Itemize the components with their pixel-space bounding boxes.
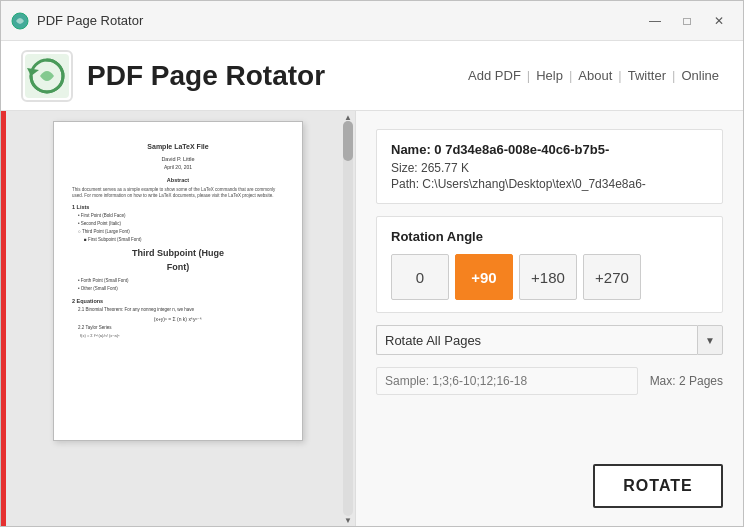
scroll-down-arrow[interactable]: ▼ <box>343 514 353 526</box>
app-logo <box>21 50 73 102</box>
red-accent <box>1 111 6 526</box>
rotate-btn-row: ROTATE <box>376 464 723 508</box>
logo-svg <box>25 54 69 98</box>
rotation-label: Rotation Angle <box>391 229 708 244</box>
pdf-equations: 2 Equations 2.1 Binomial Theorem: For an… <box>72 297 284 339</box>
file-info-section: Name: 0 7d34e8a6-008e-40c6-b7b5- Size: 2… <box>376 129 723 204</box>
rot-btn-0[interactable]: 0 <box>391 254 449 300</box>
right-panel: Name: 0 7d34e8a6-008e-40c6-b7b5- Size: 2… <box>356 111 743 526</box>
app-title: PDF Page Rotator <box>87 60 464 92</box>
close-button[interactable]: ✕ <box>705 9 733 33</box>
pdf-scrollbar-thumb[interactable] <box>343 121 353 161</box>
file-name: Name: 0 7d34e8a6-008e-40c6-b7b5- <box>391 142 708 157</box>
app-window: PDF Page Rotator — □ ✕ PDF Page Rotator … <box>0 0 744 527</box>
pdf-date: April 20, 201 <box>72 164 284 172</box>
pdf-page: Sample LaTeX File David P. Little April … <box>53 121 303 441</box>
minimize-button[interactable]: — <box>641 9 669 33</box>
nav-twitter[interactable]: Twitter <box>624 66 670 85</box>
rot-btn-180[interactable]: +180 <box>519 254 577 300</box>
pdf-abstract-title: Abstract <box>72 176 284 184</box>
main-content: Sample LaTeX File David P. Little April … <box>1 111 743 526</box>
pdf-abstract-body: This document serves as a simple example… <box>72 187 284 200</box>
page-select-dropdown[interactable]: Rotate All Pages Rotate Even Pages Rotat… <box>376 325 697 355</box>
rot-btn-270[interactable]: +270 <box>583 254 641 300</box>
pdf-title: Sample LaTeX File <box>72 142 284 153</box>
nav-online[interactable]: Online <box>677 66 723 85</box>
title-bar: PDF Page Rotator — □ ✕ <box>1 1 743 41</box>
pdf-scrollbar[interactable] <box>343 121 353 516</box>
pdf-preview-panel: Sample LaTeX File David P. Little April … <box>1 111 356 526</box>
title-bar-text: PDF Page Rotator <box>37 13 641 28</box>
rot-btn-90[interactable]: +90 <box>455 254 513 300</box>
file-size: Size: 265.77 K <box>391 161 708 175</box>
nav-links: Add PDF | Help | About | Twitter | Onlin… <box>464 66 723 85</box>
sample-input[interactable] <box>376 367 638 395</box>
app-icon <box>11 12 29 30</box>
rotate-button[interactable]: ROTATE <box>593 464 723 508</box>
nav-about[interactable]: About <box>574 66 616 85</box>
pdf-author: David P. Little <box>72 155 284 163</box>
rotation-section: Rotation Angle 0 +90 +180 +270 <box>376 216 723 313</box>
page-select-row: Rotate All Pages Rotate Even Pages Rotat… <box>376 325 723 355</box>
app-header: PDF Page Rotator Add PDF | Help | About … <box>1 41 743 111</box>
max-pages-text: Max: 2 Pages <box>650 374 723 388</box>
dropdown-arrow-btn[interactable]: ▼ <box>697 325 723 355</box>
rotation-buttons: 0 +90 +180 +270 <box>391 254 708 300</box>
file-path: Path: C:\Users\zhang\Desktop\tex\0_7d34e… <box>391 177 708 191</box>
pdf-section-lists: 1 Lists • First Point (Bold Face) • Seco… <box>72 203 284 293</box>
nav-help[interactable]: Help <box>532 66 567 85</box>
window-controls: — □ ✕ <box>641 9 733 33</box>
sample-row: Max: 2 Pages <box>376 367 723 395</box>
nav-add-pdf[interactable]: Add PDF <box>464 66 525 85</box>
maximize-button[interactable]: □ <box>673 9 701 33</box>
